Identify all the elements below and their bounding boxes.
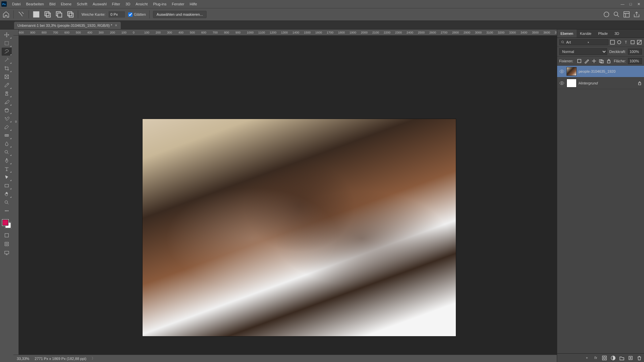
blur-tool[interactable] [2,140,12,148]
menu-3d[interactable]: 3D [123,0,133,8]
path-select-tool[interactable] [2,173,12,181]
color-swatches[interactable] [2,219,12,229]
document-dimensions[interactable]: 2771 Px x 1869 Px (182,88 ppi) [35,357,86,361]
mask-icon[interactable] [602,355,607,361]
type-filter-icon[interactable]: T [623,40,629,45]
magic-wand-tool[interactable] [2,56,12,64]
selection-add[interactable] [44,10,52,18]
antialias-checkbox[interactable]: Glätten [128,12,146,17]
eyedropper-tool[interactable] [2,81,12,89]
zoom-level[interactable]: 33,33% [17,357,29,361]
quick-mask-icon[interactable] [2,240,12,248]
selection-intersect[interactable] [66,10,74,18]
dodge-tool[interactable] [2,148,12,156]
document-image[interactable] [142,119,456,337]
menu-image[interactable]: Bild [47,0,58,8]
close-tab-icon[interactable]: × [115,23,117,28]
layer-name[interactable]: Hintergrund [579,81,635,85]
smart-filter-icon[interactable] [637,40,642,45]
layer-row[interactable]: people-3104635_1920 [557,66,644,77]
lock-position-icon[interactable] [584,58,589,64]
window-close[interactable]: ✕ [635,1,643,7]
tab-3d[interactable]: 3D [611,29,623,38]
crop-tool[interactable] [2,64,12,72]
tab-layers[interactable]: Ebenen [557,29,577,38]
menu-help[interactable]: Hilfe [187,0,200,8]
brush-tool[interactable] [2,98,12,106]
healing-brush-tool[interactable] [2,89,12,98]
trash-icon[interactable] [637,355,642,361]
more-tools[interactable] [2,207,12,215]
blend-mode-select[interactable]: Normal [559,48,607,55]
hand-tool[interactable] [2,190,12,198]
edit-toolbar-icon[interactable] [2,231,12,239]
foreground-color-swatch[interactable] [2,220,8,226]
fx-icon[interactable]: fx [593,355,598,361]
ruler-horizontal[interactable]: 6009008007006005004003002001000100200300… [19,29,557,36]
lock-all-icon[interactable] [606,58,611,64]
ruler-vertical[interactable]: 0 [13,36,19,355]
new-layer-icon[interactable] [628,355,633,361]
document-tab[interactable]: Unbenannt-1 bei 33,3% (people-3104635_19… [14,22,121,29]
search-icon[interactable] [612,10,621,18]
status-menu-arrow[interactable]: 〉 [92,356,95,361]
tab-paths[interactable]: Pfade [595,29,611,38]
lock-nested-icon[interactable] [599,58,604,64]
rectangle-tool[interactable] [2,182,12,190]
layer-thumbnail[interactable] [567,67,577,76]
pen-tool[interactable] [2,157,12,165]
eraser-tool[interactable] [2,123,12,131]
group-icon[interactable] [619,355,625,361]
fill-input[interactable] [628,58,642,64]
ruler-origin[interactable] [13,29,19,36]
filter-type-input[interactable] [566,40,586,44]
layer-visibility-toggle[interactable] [559,80,565,86]
layer-thumbnail[interactable] [567,79,577,87]
cloud-docs-icon[interactable] [602,10,610,18]
menu-filter[interactable]: Filter [109,0,123,8]
frame-tool[interactable] [2,73,12,81]
image-filter-icon[interactable] [610,40,615,45]
marquee-tool[interactable] [2,39,12,47]
menu-file[interactable]: Datei [9,0,23,8]
gradient-tool[interactable] [2,131,12,139]
lasso-tool[interactable] [2,48,12,56]
layer-name[interactable]: people-3104635_1920 [579,69,642,73]
screen-mode-icon[interactable] [2,249,12,257]
adjustment-layer-icon[interactable] [610,355,616,361]
home-button[interactable] [2,10,10,18]
opacity-input[interactable] [628,49,642,55]
select-and-mask-button[interactable]: Auswählen und maskieren... [153,11,207,18]
link-icon[interactable]: ⌖ [584,355,590,361]
canvas-viewport[interactable] [19,36,557,355]
feather-input[interactable] [109,11,125,17]
zoom-tool[interactable] [2,198,12,206]
type-tool[interactable] [2,165,12,173]
lock-icon[interactable] [637,81,642,85]
share-icon[interactable] [633,10,641,18]
menu-type[interactable]: Schrift [74,0,90,8]
shape-filter-icon[interactable] [630,40,635,45]
menu-select[interactable]: Auswahl [90,0,109,8]
lock-artboard-icon[interactable] [591,58,597,64]
history-brush-tool[interactable] [2,115,12,123]
window-minimize[interactable]: — [619,1,627,7]
selection-subtract[interactable] [55,10,63,18]
menu-view[interactable]: Ansicht [133,0,150,8]
workspace-icon[interactable] [623,10,631,18]
menu-window[interactable]: Fenster [169,0,187,8]
window-maximize[interactable]: □ [627,1,635,7]
menu-plugins[interactable]: Plug-ins [150,0,169,8]
layer-row[interactable]: Hintergrund [557,77,644,89]
move-tool[interactable] [2,31,12,39]
clone-stamp-tool[interactable] [2,106,12,114]
tool-preset-picker[interactable] [17,10,25,18]
tab-channels[interactable]: Kanäle [577,29,595,38]
lock-pixels-icon[interactable] [577,58,582,64]
selection-new[interactable] [32,10,40,18]
layer-filter-type[interactable]: ▾ [559,39,608,45]
menu-layer[interactable]: Ebene [58,0,74,8]
adjustment-filter-icon[interactable] [616,40,622,45]
layer-visibility-toggle[interactable] [559,69,565,74]
menu-edit[interactable]: Bearbeiten [23,0,47,8]
